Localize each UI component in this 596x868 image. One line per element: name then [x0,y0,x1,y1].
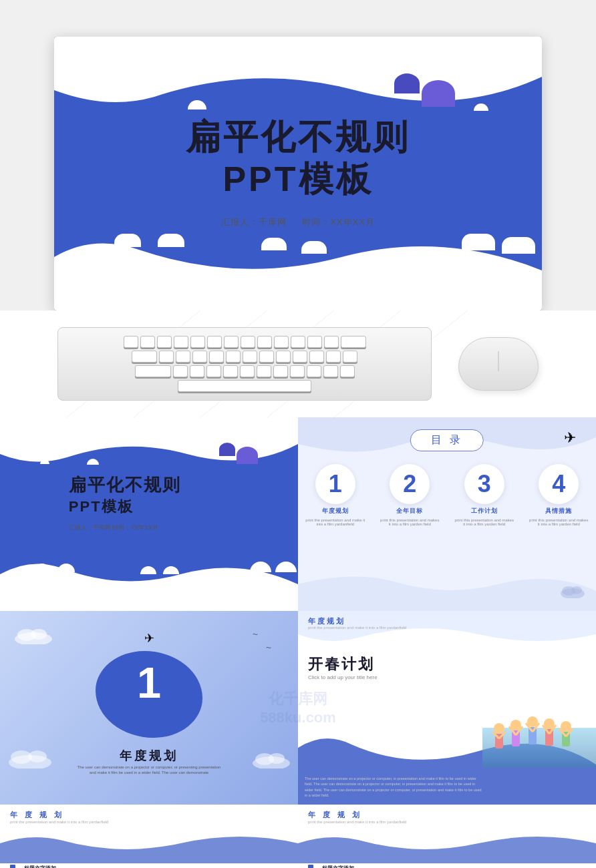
toc-desc-2: print this presentation and makes it int… [380,518,440,526]
annual-plane-icon: ✈ [144,631,154,646]
sd-right-icons [533,865,586,868]
toc-label-4: 具情措施 [545,507,572,515]
toc-num-4: 4 [539,464,579,504]
cover-wave-bottom [0,551,298,611]
toc-item-3: 3 工作计划 print this presentation and makes… [454,464,514,526]
hero-slide: 扁平化不规则 PPT模板 汇报人：千库网 时间：XX年XX月 [54,37,542,310]
slides-grid: 扁平化不规则 PPT模板 汇报人：千库网 时间：XX年XX月 目 录 ✈ 1 年… [0,417,596,868]
toc-desc-3: print this presentation and makes it int… [454,518,514,526]
deco-semicircle-8 [502,237,535,254]
toc-num-2: 2 [390,464,430,504]
slide-toc-thumb: 目 录 ✈ 1 年度规划 print the presentation and … [298,417,596,611]
toc-item-2: 2 全年目标 print this presentation and makes… [380,464,440,526]
sd-right-content: 标题文字添加 The user can demonstrate on a pro… [308,865,586,868]
toc-label-3: 工作计划 [471,507,498,515]
hero-content: 扁平化不规则 PPT模板 汇报人：千库网 时间：XX年XX月 [186,118,410,228]
sd-left-item-1: 标题文字添加 The user can demonstrate on proje… [10,865,201,868]
slide-annual-thumb: 〜 〜 ✈ 1 年度规划 The user can demonstrate on… [0,611,298,805]
slides-grid-wrapper: 化千库网 588ku.com [0,417,596,868]
key-row-2 [132,351,357,363]
mouse [458,337,539,391]
annual-label: 年度规划 [0,748,298,764]
spring-header-title: 年度规划 [308,616,345,626]
svg-point-17 [494,723,504,734]
purple-mountains [394,73,455,107]
sd-right-header-title: 年 度 规 划 [308,810,586,820]
sd-left-content: 标题文字添加 The user can demonstrate on proje… [10,865,288,868]
slide-cover-thumb: 扁平化不规则 PPT模板 汇报人：千库网 时间：XX年XX月 [0,417,298,611]
annual-desc: The user can demonstrate on a projector … [75,765,224,776]
sd-left-header-title: 年 度 规 划 [10,810,288,820]
sd-right-header: 年 度 规 划 print the presentation and make … [298,805,596,827]
svg-point-10 [31,629,47,640]
sd-left-triangle [208,865,288,868]
toc-label-1: 年度规划 [322,507,349,515]
toc-label-2: 全年目标 [396,507,423,515]
sd-left-item-title-1: 标题文字添加 [24,865,144,868]
deco-semicircle-5 [261,238,287,250]
slide-cover-presenter: 汇报人：千库网 时间：XX年XX月 [69,523,181,532]
hero-title-line1: 扁平化不规则 [186,118,410,156]
annual-bird-2: 〜 [266,644,271,652]
sd-right-header-sub: print the presentation and make it into … [308,820,586,824]
toc-item-1: 1 年度规划 print the presentation and make i… [305,464,365,526]
toc-cloud-icon [559,582,586,601]
deco-semicircle-6 [301,241,327,254]
slide-cover-title2: PPT模板 [69,497,181,517]
spring-header-sub: print the presentation and make it into … [308,626,406,630]
toc-desc-1: print the presentation and make it into … [305,518,365,526]
slide-detail-right-thumb: 年 度 规 划 print the presentation and make … [298,805,596,868]
toc-num-3: 3 [464,464,504,504]
toc-numbers: 1 年度规划 print the presentation and make i… [298,464,596,526]
annual-cloud-1 [13,624,53,647]
sd-right-item-title-1: 标题文字添加 [322,865,519,868]
sd-right-item-1: 标题文字添加 The user can demonstrate on a pro… [308,865,526,868]
deco-semicircle-7 [462,234,495,250]
sd-left-header: 年 度 规 划 print the presentation and make … [0,805,298,827]
toc-item-4: 4 具情措施 print this presentation and makes… [529,464,589,526]
toc-header: 目 录 [410,429,484,451]
slide-spring-thumb: 年度规划 print the presentation and make it … [298,611,596,805]
spring-body-text: The user can demonstrate on a projector … [305,776,482,798]
toc-desc-4: print this presentation and makes it int… [529,518,589,526]
keyboard [57,327,432,401]
sd-left-header-sub: print the presentation and make it into … [10,820,288,824]
toc-num-1: 1 [315,464,355,504]
svg-point-7 [571,586,582,594]
hero-subtitle: 汇报人：千库网 时间：XX年XX月 [186,217,410,229]
annual-bird-1: 〜 [253,631,258,638]
slide-detail-left-thumb: 年 度 规 划 print the presentation and make … [0,805,298,868]
toc-plane-icon: ✈ [564,429,576,447]
spring-people [486,705,593,768]
deco-semicircle-3 [114,234,141,247]
hero-title-line2: PPT模板 [186,157,410,204]
deco-semicircle-4 [158,234,184,247]
spring-main-title: 开春计划 [308,654,375,674]
key-row-3 [135,365,355,377]
slide-cover-title1: 扁平化不规则 [69,473,181,497]
mouse-center-line [498,351,499,371]
key-row-4 [178,380,311,392]
annual-number: 1 [137,661,161,704]
svg-point-25 [561,721,571,732]
spring-sub-title: Click to add up your title here [308,674,378,680]
key-row-1 [124,336,366,348]
slide-cover-content: 扁平化不规则 PPT模板 汇报人：千库网 时间：XX年XX月 [69,473,181,532]
keyboard-section [0,310,596,417]
